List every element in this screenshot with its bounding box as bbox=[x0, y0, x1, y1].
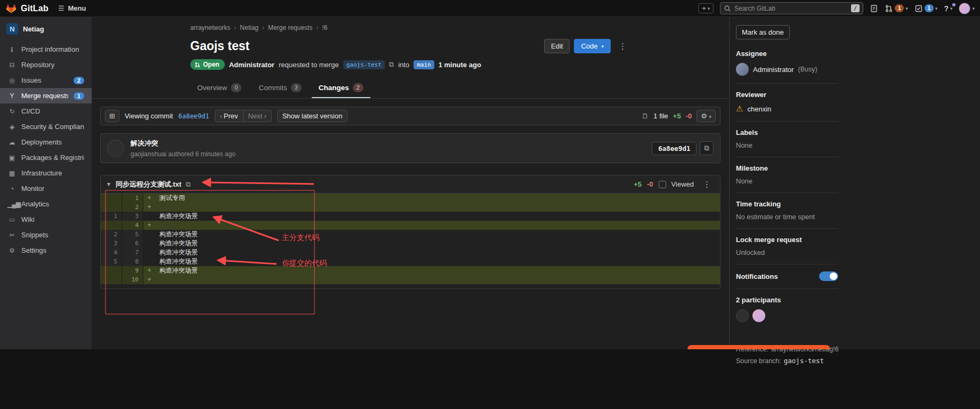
milestone-section[interactable]: Milestone None bbox=[736, 157, 838, 193]
code-dropdown-button[interactable]: Code ▾ bbox=[574, 39, 611, 53]
sidebar-item[interactable]: ▭ Wiki bbox=[0, 212, 92, 227]
new-line-number[interactable]: 1 bbox=[122, 194, 143, 203]
sidebar-item[interactable]: ℹ Project information bbox=[0, 42, 92, 57]
new-line-number[interactable]: 6 bbox=[122, 239, 143, 248]
target-branch-chip[interactable]: main bbox=[414, 60, 434, 69]
sidebar-item[interactable]: ▣ Packages & Registries bbox=[0, 150, 92, 165]
mr-author[interactable]: Administrator bbox=[229, 61, 274, 69]
sidebar-item[interactable]: ◈ Security & Compliance bbox=[0, 119, 92, 134]
toast-notification-edge[interactable] bbox=[687, 345, 830, 349]
gitlab-home-link[interactable]: GitLab bbox=[5, 3, 48, 14]
diff-line[interactable]: 2 + bbox=[101, 203, 720, 212]
search-input[interactable] bbox=[734, 5, 847, 12]
additions-count: +5 bbox=[673, 112, 681, 120]
mark-as-done-button[interactable]: Mark as done bbox=[736, 25, 790, 39]
mr-tab[interactable]: Commits 3 bbox=[252, 78, 308, 98]
docs-icon[interactable] bbox=[870, 4, 878, 13]
notifications-toggle[interactable] bbox=[819, 271, 838, 281]
breadcrumb-item[interactable]: arraynetworks bbox=[190, 24, 230, 31]
old-line-number[interactable] bbox=[101, 266, 122, 275]
old-line-number[interactable]: 4 bbox=[101, 248, 122, 257]
sidebar-item[interactable]: ◔ Monitor bbox=[0, 181, 92, 196]
sidebar-item[interactable]: ▁▄▆ Analytics bbox=[0, 196, 92, 212]
source-branch-value[interactable]: gaojs-test bbox=[784, 357, 824, 365]
new-line-number[interactable]: 3 bbox=[122, 212, 143, 221]
participant-avatar[interactable] bbox=[752, 309, 765, 322]
sidebar-item[interactable]: ✂ Snippets bbox=[0, 227, 92, 243]
todos-nav-button[interactable]: 1 ▾ bbox=[914, 4, 938, 13]
sidebar-item[interactable]: ◎ Issues 2 bbox=[0, 73, 92, 88]
diff-line[interactable]: 10 + bbox=[101, 275, 720, 284]
edit-button[interactable]: Edit bbox=[544, 39, 570, 53]
sidebar-item[interactable]: ⊟ Repository bbox=[0, 57, 92, 73]
menu-button[interactable]: ☰ Menu bbox=[58, 4, 86, 12]
old-line-number[interactable] bbox=[101, 275, 122, 284]
gitlab-app: GitLab ☰ Menu + ▾ / bbox=[0, 0, 980, 349]
old-line-number[interactable] bbox=[101, 203, 122, 212]
new-line-number[interactable]: 8 bbox=[122, 257, 143, 266]
copy-file-path-icon[interactable]: ⧉ bbox=[185, 180, 190, 189]
labels-section[interactable]: Labels None bbox=[736, 122, 838, 157]
time-tracking-section[interactable]: Time tracking No estimate or time spent bbox=[736, 193, 838, 229]
assignee-avatar[interactable] bbox=[736, 63, 749, 76]
diff-settings-button[interactable]: ⚙ ▾ bbox=[696, 110, 716, 122]
copy-branch-icon[interactable]: ⧉ bbox=[389, 60, 394, 69]
new-line-number[interactable]: 9 bbox=[122, 266, 143, 275]
new-line-number[interactable]: 7 bbox=[122, 248, 143, 257]
diff-line[interactable]: 4 + bbox=[101, 221, 720, 230]
file-tree-toggle-button[interactable]: ⊞ bbox=[105, 110, 119, 122]
commit-sha-link[interactable]: 6a8ee9d1 bbox=[179, 113, 209, 120]
old-line-number[interactable] bbox=[101, 221, 122, 230]
commit-title[interactable]: 解决冲突 bbox=[131, 139, 236, 148]
prev-commit-button[interactable]: ‹ Prev bbox=[215, 110, 244, 122]
sidebar-item[interactable]: ☁ Deployments bbox=[0, 134, 92, 150]
diff-line[interactable]: 9 + 构造冲突场景 bbox=[101, 266, 720, 275]
commit-sha-chip[interactable]: 6a8ee9d1 bbox=[652, 142, 696, 155]
old-line-number[interactable]: 2 bbox=[101, 230, 122, 239]
mr-tab[interactable]: Overview 0 bbox=[190, 78, 248, 98]
collapse-file-icon[interactable]: ▼ bbox=[106, 181, 111, 187]
diff-line[interactable]: 5 8 构造冲突场景 bbox=[101, 257, 720, 266]
diff-line[interactable]: 1 3 构造冲突场景 bbox=[101, 212, 720, 221]
project-context-link[interactable]: N Netiag bbox=[0, 17, 92, 42]
sidebar-item[interactable]: ⚙ Settings bbox=[0, 243, 92, 258]
new-line-number[interactable]: 2 bbox=[122, 203, 143, 212]
new-item-dropdown-button[interactable]: + ▾ bbox=[698, 3, 714, 13]
sidebar-item[interactable]: Υ Merge requests 1 bbox=[0, 88, 92, 103]
help-menu-button[interactable]: ? ▾ bbox=[944, 4, 952, 13]
todo-checklist-icon bbox=[914, 4, 923, 13]
new-line-number[interactable]: 5 bbox=[122, 230, 143, 239]
copy-sha-button[interactable]: ⧉ bbox=[700, 141, 714, 155]
reviewer-name[interactable]: chenxin bbox=[747, 105, 771, 113]
show-latest-version-button[interactable]: Show latest version bbox=[277, 110, 348, 122]
new-line-number[interactable]: 10 bbox=[122, 275, 143, 284]
breadcrumb-item[interactable]: Merge requests bbox=[268, 24, 312, 31]
user-menu-button[interactable]: ▾ bbox=[959, 3, 975, 14]
old-line-number[interactable]: 5 bbox=[101, 257, 122, 266]
breadcrumb-item[interactable]: !6 bbox=[322, 24, 327, 31]
source-branch-chip[interactable]: gaojs-test bbox=[343, 60, 385, 69]
assignee-name[interactable]: Administrator bbox=[753, 66, 794, 74]
mr-tab[interactable]: Changes 2 bbox=[312, 78, 370, 98]
old-line-number[interactable]: 3 bbox=[101, 239, 122, 248]
merge-requests-nav-button[interactable]: 1 ▾ bbox=[885, 4, 908, 13]
file-options-kebab[interactable]: ⋮ bbox=[699, 179, 715, 190]
new-line-number[interactable]: 4 bbox=[122, 221, 143, 230]
diff-line[interactable]: 1 + 测试专用 bbox=[101, 194, 720, 203]
more-actions-kebab[interactable]: ⋮ bbox=[615, 41, 630, 52]
viewed-checkbox[interactable] bbox=[659, 181, 666, 188]
diff-line[interactable]: 4 7 构造冲突场景 bbox=[101, 248, 720, 257]
old-line-number[interactable]: 1 bbox=[101, 212, 122, 221]
sidebar-item[interactable]: ↻ CI/CD bbox=[0, 103, 92, 119]
participant-avatar[interactable] bbox=[736, 309, 749, 322]
old-line-number[interactable] bbox=[101, 194, 122, 203]
breadcrumb-item[interactable]: Netiag bbox=[240, 24, 258, 31]
diff-line[interactable]: 3 6 构造冲突场景 bbox=[101, 239, 720, 248]
next-commit-button[interactable]: Next › bbox=[244, 110, 272, 122]
lock-section[interactable]: Lock merge request Unlocked bbox=[736, 229, 838, 264]
diff-line[interactable]: 2 5 构造冲突场景 bbox=[101, 230, 720, 239]
sidebar-item[interactable]: ▦ Infrastructure bbox=[0, 165, 92, 181]
diff-file-name[interactable]: 同步远程分支测试.txt bbox=[116, 180, 182, 189]
search-box[interactable]: / bbox=[720, 2, 863, 14]
breadcrumb: arraynetworks›Netiag›Merge requests›!6› bbox=[190, 17, 630, 31]
